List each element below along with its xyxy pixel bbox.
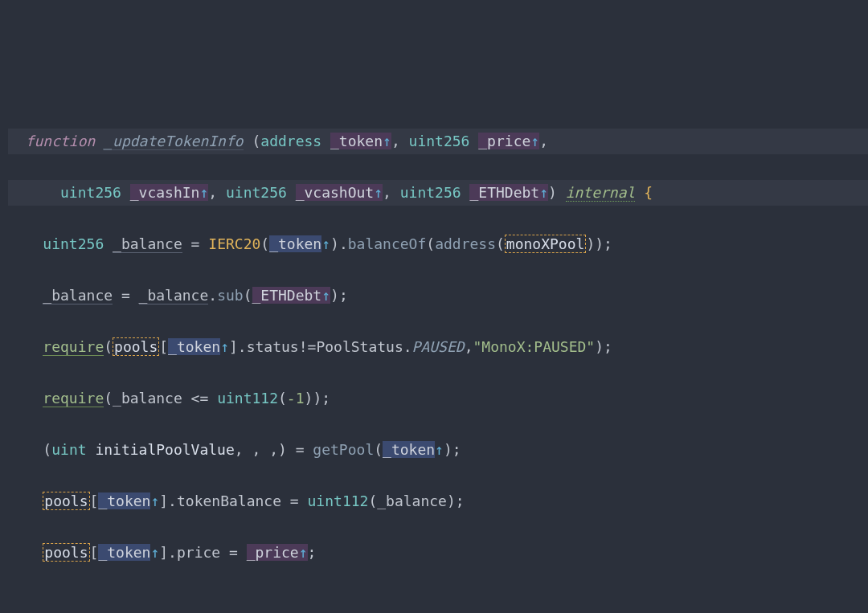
- paren-close: ): [595, 338, 604, 355]
- var-balance: _balance: [139, 287, 209, 304]
- literal-neg1: -1: [287, 390, 305, 407]
- dot: .: [339, 235, 348, 252]
- param-arrow-icon: ↑: [530, 133, 539, 149]
- type-uint256: uint256: [400, 184, 461, 201]
- param-token: _token: [330, 133, 383, 149]
- param-arrow-icon: ↑: [299, 544, 308, 561]
- paren-open: (: [496, 235, 505, 252]
- param-arrow-icon: ↑: [321, 287, 330, 304]
- var-balance: _balance: [43, 287, 113, 304]
- ierc20-call: IERC20: [208, 235, 260, 252]
- pools-ref: pools: [43, 492, 89, 510]
- semicolon: ;: [456, 492, 465, 509]
- call-sub: sub: [217, 287, 244, 304]
- require-call: require: [43, 338, 104, 356]
- paren-open: (: [104, 390, 113, 407]
- var-balance: _balance: [377, 492, 447, 509]
- paren-open: (: [260, 235, 269, 252]
- semicolon: ;: [452, 441, 461, 458]
- paren-close: ): [305, 390, 313, 407]
- type-uint: uint: [51, 441, 86, 458]
- comma: ,: [391, 133, 400, 149]
- param-arrow-icon: ↑: [220, 338, 229, 355]
- field-tokenBalance: tokenBalance: [177, 492, 281, 509]
- op-eq: =: [121, 287, 130, 304]
- dot: .: [403, 338, 412, 355]
- param-vcashIn: _vcashIn: [130, 184, 200, 201]
- param-ethdebt: _ETHDebt: [252, 287, 322, 304]
- commas: , , ,: [235, 441, 278, 458]
- paren-close: ): [548, 184, 557, 201]
- code-block: function _updateTokenInfo (address _toke…: [0, 103, 868, 613]
- param-price: _price: [478, 133, 530, 149]
- paren-open: (: [374, 441, 383, 458]
- op-eq: =: [296, 441, 305, 458]
- paren-close: ): [447, 492, 456, 509]
- code-line-4: _balance = _balance.sub(_ETHDebt↑);: [8, 283, 868, 309]
- paren-open: (: [368, 492, 377, 509]
- comma: ,: [383, 184, 391, 201]
- paren-open: (: [104, 338, 113, 355]
- keyword-internal: internal: [566, 184, 636, 202]
- param-arrow-icon: ↑: [150, 492, 159, 509]
- param-arrow-icon: ↑: [374, 184, 383, 201]
- code-line-3: uint256 _balance = IERC20(_token↑).balan…: [8, 231, 868, 257]
- param-arrow-icon: ↑: [150, 544, 159, 561]
- call-balanceOf: balanceOf: [348, 235, 427, 252]
- param-vcashOut: _vcashOut: [296, 184, 375, 201]
- type-uint256: uint256: [409, 133, 470, 149]
- paren-close: ): [278, 441, 287, 458]
- op-ne: !=: [299, 338, 317, 355]
- bracket-close: ]: [159, 544, 168, 561]
- var-balance: _balance: [113, 235, 182, 253]
- function-name: _updateTokenInfo: [104, 133, 243, 150]
- address-cast: address: [435, 235, 496, 252]
- param-price: _price: [247, 544, 299, 561]
- brace-open: {: [644, 184, 653, 201]
- bracket-close: ]: [229, 338, 238, 355]
- type-uint112: uint112: [308, 492, 369, 509]
- type-uint256: uint256: [226, 184, 287, 201]
- param-token: _token: [269, 235, 321, 252]
- call-getPool: getPool: [313, 441, 374, 458]
- dot: .: [168, 544, 177, 561]
- type-address: address: [260, 133, 321, 149]
- code-line-7: (uint initialPoolValue, , ,) = getPool(_…: [8, 437, 868, 463]
- paren-close: ): [586, 235, 595, 252]
- field-price: price: [177, 544, 220, 561]
- code-line-6: require(_balance <= uint112(-1));: [8, 386, 868, 411]
- param-token: _token: [98, 544, 150, 561]
- param-token: _token: [98, 492, 150, 509]
- paren-open: (: [278, 390, 287, 407]
- code-line-9: pools[_token↑].price = _price↑;: [8, 540, 868, 566]
- paren-close: ): [330, 287, 339, 304]
- param-arrow-icon: ↑: [321, 235, 330, 252]
- op-le: <=: [191, 390, 209, 407]
- paren-close: ): [313, 390, 321, 407]
- dot: .: [208, 287, 217, 304]
- code-line-1: function _updateTokenInfo (address _toke…: [8, 129, 868, 154]
- paren-close: ): [444, 441, 452, 458]
- semicolon: ;: [321, 390, 330, 407]
- require-call: require: [43, 390, 104, 407]
- bracket-open: [: [159, 338, 168, 355]
- semicolon: ;: [604, 338, 612, 355]
- type-uint256: uint256: [43, 235, 104, 252]
- semicolon: ;: [308, 544, 317, 561]
- op-eq: =: [290, 492, 299, 509]
- param-arrow-icon: ↑: [435, 441, 444, 458]
- bracket-open: [: [90, 492, 99, 509]
- monoXPool-ref: monoXPool: [505, 235, 587, 253]
- param-arrow-icon: ↑: [383, 133, 391, 149]
- string-paused: "MonoX:PAUSED": [473, 338, 595, 355]
- keyword-function: function: [26, 133, 96, 149]
- field-status: status: [247, 338, 299, 355]
- bracket-close: ]: [159, 492, 168, 509]
- op-eq: =: [229, 544, 238, 561]
- var-initialPoolValue: initialPoolValue: [95, 441, 234, 458]
- param-ethdebt: _ETHDebt: [469, 184, 539, 201]
- var-balance: _balance: [113, 390, 182, 407]
- paren-open: (: [43, 441, 51, 458]
- paren-open: (: [426, 235, 435, 252]
- code-line-5: require(pools[_token↑].status!=PoolStatu…: [8, 334, 868, 360]
